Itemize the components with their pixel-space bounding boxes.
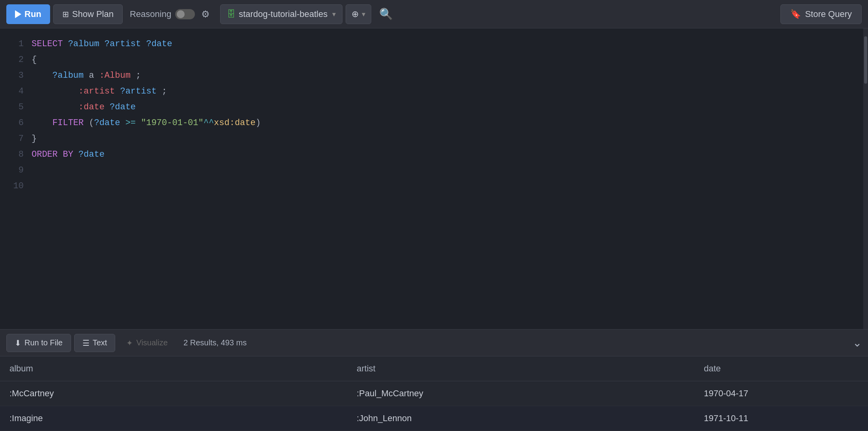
reasoning-label: Reasoning	[130, 9, 171, 19]
cell-artist: :John_Lennon	[347, 406, 694, 431]
bookmark-icon: 🔖	[790, 9, 801, 19]
cell-album: :Imagine	[0, 406, 347, 431]
chevron-down-icon: ▾	[332, 10, 336, 19]
line-numbers: 1 2 3 4 5 6 7 8 9 10	[0, 36, 32, 321]
cell-date: 1970-04-17	[694, 381, 868, 406]
text-view-button[interactable]: ☰ Text	[74, 334, 116, 352]
search-button[interactable]: 🔍	[376, 4, 396, 24]
scrollbar-track	[863, 28, 868, 329]
run-label: Run	[24, 9, 41, 19]
results-panel: ⬇ Run to File ☰ Text ✦ Visualize 2 Resul…	[0, 329, 868, 431]
scrollbar-thumb[interactable]	[864, 36, 867, 84]
visualize-button[interactable]: ✦ Visualize	[118, 334, 176, 352]
column-header-artist: artist	[347, 356, 694, 381]
show-plan-label: Show Plan	[72, 9, 114, 19]
visualize-label: Visualize	[136, 338, 168, 347]
layers-icon: ⊕	[352, 9, 359, 19]
results-table: album artist date :McCartney:Paul_McCart…	[0, 356, 868, 431]
store-query-label: Store Query	[805, 9, 852, 19]
column-header-album: album	[0, 356, 347, 381]
chevron-down-icon: ⌄	[853, 337, 862, 349]
show-plan-button[interactable]: ⊞ Show Plan	[53, 4, 123, 24]
column-header-date: date	[694, 356, 868, 381]
code-editor[interactable]: 1 2 3 4 5 6 7 8 9 10 SELECT ?album ?arti…	[0, 28, 868, 329]
run-to-file-label: Run to File	[24, 338, 63, 347]
visualize-icon: ✦	[126, 338, 133, 348]
reasoning-toggle[interactable]	[175, 9, 195, 19]
text-icon: ☰	[82, 338, 90, 348]
store-query-button[interactable]: 🔖 Store Query	[780, 4, 862, 24]
expand-results-button[interactable]: ⌄	[853, 336, 862, 349]
code-body[interactable]: SELECT ?album ?artist ?date { ?album a :…	[32, 36, 868, 321]
plan-icon: ⊞	[62, 9, 69, 19]
table-row: :McCartney:Paul_McCartney1970-04-17	[0, 381, 868, 406]
cell-album: :McCartney	[0, 381, 347, 406]
run-to-file-button[interactable]: ⬇ Run to File	[6, 334, 71, 352]
table-row: :Imagine:John_Lennon1971-10-11	[0, 406, 868, 431]
reasoning-group: Reasoning ⚙	[130, 6, 212, 22]
database-name: stardog-tutorial-beatles	[239, 9, 327, 19]
layer-chevron-icon: ▾	[362, 10, 365, 19]
layer-selector[interactable]: ⊕ ▾	[346, 4, 371, 24]
run-button[interactable]: Run	[6, 4, 50, 24]
download-icon: ⬇	[15, 338, 21, 348]
text-label: Text	[93, 338, 107, 347]
results-toolbar: ⬇ Run to File ☰ Text ✦ Visualize 2 Resul…	[0, 330, 868, 356]
cell-date: 1971-10-11	[694, 406, 868, 431]
table-header-row: album artist date	[0, 356, 868, 381]
reasoning-settings-button[interactable]: ⚙	[199, 6, 212, 22]
database-icon: 🗄	[227, 9, 236, 19]
cell-artist: :Paul_McCartney	[347, 381, 694, 406]
results-summary: 2 Results, 493 ms	[183, 338, 247, 347]
main-toolbar: Run ⊞ Show Plan Reasoning ⚙ 🗄 stardog-tu…	[0, 0, 868, 28]
database-selector[interactable]: 🗄 stardog-tutorial-beatles ▾	[220, 4, 342, 24]
play-icon	[15, 10, 21, 18]
search-icon: 🔍	[379, 8, 393, 20]
